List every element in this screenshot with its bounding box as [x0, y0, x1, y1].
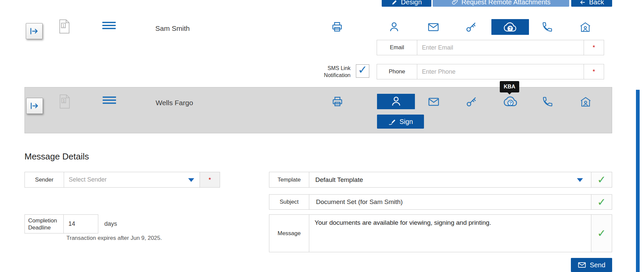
in-branch-icon[interactable]	[579, 95, 592, 108]
paperclip-icon	[451, 0, 459, 6]
completion-deadline-field: Completion Deadline days	[24, 214, 117, 233]
send-envelope-icon	[578, 261, 586, 269]
printer-icon[interactable]	[331, 95, 344, 108]
completion-deadline-unit: days	[104, 220, 117, 227]
signing-order-icon	[29, 26, 39, 36]
sign-button[interactable]: Sign	[377, 115, 424, 129]
recipient-row-sam-smith: 1 Sam Smith ?	[24, 12, 612, 84]
back-button-label: Back	[589, 0, 604, 6]
kba-cloud-icon[interactable]: ?	[503, 95, 518, 108]
email-delivery-icon[interactable]	[427, 95, 440, 108]
send-button-label: Send	[590, 261, 605, 269]
subject-field: Subject ✓	[269, 194, 612, 210]
phone-input[interactable]	[417, 64, 584, 79]
required-marker: *	[200, 172, 220, 187]
template-field-label: Template	[269, 172, 309, 187]
required-marker: *	[584, 40, 604, 55]
signing-order-icon	[30, 101, 40, 111]
phone-delivery-icon[interactable]	[541, 95, 554, 108]
back-button[interactable]: Back	[571, 0, 612, 7]
sign-button-label: Sign	[399, 118, 413, 126]
phone-delivery-icon[interactable]	[541, 21, 553, 33]
recipient-name: Wells Fargo	[156, 99, 193, 107]
phone-field-label: Phone	[377, 64, 417, 79]
valid-check-icon: ✓	[597, 175, 606, 185]
signing-order-button[interactable]	[26, 98, 43, 114]
design-button[interactable]: Design	[382, 0, 431, 7]
kba-tooltip: KBA	[500, 81, 519, 92]
checkbox-check-icon: ✓	[358, 64, 368, 75]
dropdown-arrow-icon	[577, 178, 583, 182]
message-textarea[interactable]: Your documents are available for viewing…	[309, 215, 591, 252]
request-remote-attachments-label: Request Remote Attachments	[462, 0, 551, 6]
template-selected-value: Default Template	[309, 176, 363, 184]
printer-icon[interactable]	[330, 20, 344, 33]
email-delivery-icon[interactable]	[427, 21, 440, 33]
required-marker: *	[584, 64, 604, 79]
back-arrow-icon	[579, 0, 586, 6]
valid-check-icon: ✓	[597, 228, 606, 239]
valid-check-icon: ✓	[597, 197, 606, 207]
completion-deadline-label: Completion Deadline	[24, 214, 64, 233]
sender-placeholder: Select Sender	[64, 176, 107, 183]
drag-handle-icon[interactable]	[103, 96, 116, 106]
message-details-title: Message Details	[24, 151, 89, 162]
signing-order-button[interactable]	[26, 23, 43, 39]
sender-select[interactable]: Select Sender	[64, 172, 200, 187]
in-person-signing-icon[interactable]	[388, 21, 400, 33]
design-button-label: Design	[401, 0, 422, 6]
subject-input[interactable]	[309, 195, 591, 209]
phone-field: Phone *	[377, 64, 604, 79]
sms-key-icon[interactable]	[465, 21, 477, 33]
sender-field-label: Sender	[25, 172, 64, 187]
sign-pen-icon	[388, 118, 396, 126]
in-branch-icon[interactable]	[579, 21, 592, 33]
scrollbar-thumb[interactable]	[636, 90, 640, 272]
completion-deadline-input[interactable]	[63, 214, 98, 233]
message-field-label: Message	[269, 215, 309, 252]
design-pencil-icon	[391, 0, 398, 6]
in-person-signing-icon-selected[interactable]	[377, 94, 415, 109]
expiry-note: Transaction expires after Jun 9, 2025.	[66, 235, 162, 242]
document-icon: 1	[59, 19, 70, 34]
recipient-row-wells-fargo: 1 Wells Fargo KBA ?	[24, 87, 612, 133]
sms-link-notification-label: SMS Link Notification	[313, 65, 351, 79]
transaction-page: Design Request Remote Attachments Back 1…	[0, 0, 644, 272]
sms-notification-checkbox[interactable]: ✓	[356, 64, 369, 78]
template-field: Template Default Template ✓	[269, 172, 612, 188]
recipient-name: Sam Smith	[155, 24, 190, 32]
request-remote-attachments-button[interactable]: Request Remote Attachments	[433, 0, 569, 7]
document-count-badge: 1	[62, 23, 65, 28]
kba-question-glyph: ?	[509, 100, 512, 106]
document-count-badge: 1	[63, 98, 65, 103]
dropdown-arrow-icon	[188, 178, 194, 182]
send-button[interactable]: Send	[571, 258, 612, 272]
message-field: Message Your documents are available for…	[269, 214, 612, 252]
template-select[interactable]: Default Template	[309, 172, 591, 187]
sender-field: Sender Select Sender *	[24, 172, 220, 188]
subject-valid-cell: ✓	[591, 195, 612, 209]
email-field: Email *	[377, 40, 604, 55]
email-input[interactable]	[417, 40, 584, 55]
kba-icon-selected[interactable]: ?	[491, 19, 529, 35]
email-field-label: Email	[377, 40, 417, 55]
message-valid-cell: ✓	[591, 215, 612, 252]
template-valid-cell: ✓	[591, 172, 612, 187]
drag-handle-icon[interactable]	[102, 22, 116, 31]
subject-field-label: Subject	[269, 195, 309, 209]
kba-question-glyph: ?	[509, 26, 512, 31]
document-icon: 1	[59, 94, 70, 109]
sms-key-icon[interactable]	[465, 95, 478, 108]
